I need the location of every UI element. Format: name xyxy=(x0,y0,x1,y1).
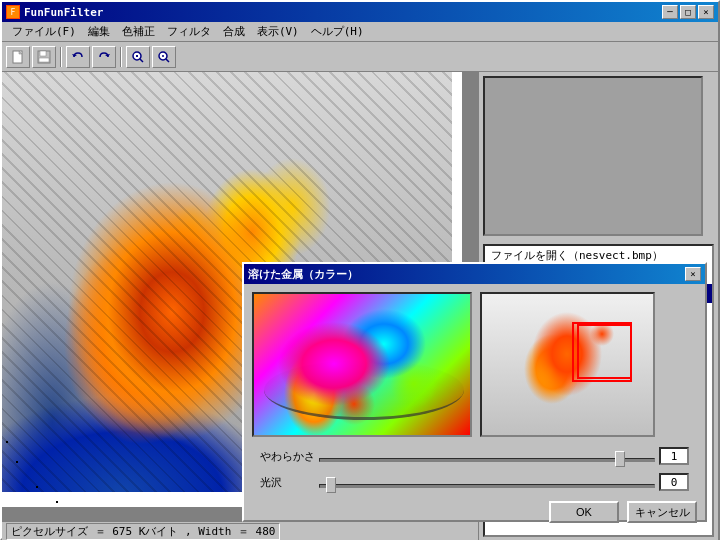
svg-rect-3 xyxy=(40,51,46,56)
gloss-slider-track[interactable] xyxy=(319,476,655,488)
new-icon xyxy=(11,50,25,64)
softness-value: 1 xyxy=(659,447,689,465)
close-button[interactable]: × xyxy=(698,5,714,19)
gloss-value: 0 xyxy=(659,473,689,491)
cat-outline xyxy=(264,360,464,420)
svg-line-13 xyxy=(166,59,169,62)
status-text: ピクセルサイズ ＝ 675 Kバイト , Width ＝ 480 xyxy=(6,523,280,540)
menu-color[interactable]: 色補正 xyxy=(116,22,161,41)
title-bar: F FunFunFilter ─ □ × xyxy=(2,2,718,22)
cancel-button[interactable]: キャンセル xyxy=(627,501,697,523)
softness-slider-track[interactable] xyxy=(319,450,655,462)
app-title: FunFunFilter xyxy=(24,6,103,19)
softness-label: やわらかさ xyxy=(260,449,315,464)
menu-edit[interactable]: 編集 xyxy=(82,22,116,41)
gloss-track xyxy=(319,484,655,488)
toolbar-separator-1 xyxy=(60,47,62,67)
zoom-out-icon xyxy=(157,50,171,64)
menu-bar: ファイル(F) 編集 色補正 フィルタ 合成 表示(V) ヘルプ(H) xyxy=(2,22,718,42)
toolbar-undo-button[interactable] xyxy=(66,46,90,68)
dialog: 溶けた金属（カラー） × やわら xyxy=(242,262,707,522)
slider-row-softness: やわらかさ 1 xyxy=(260,445,689,467)
toolbar-redo-button[interactable] xyxy=(92,46,116,68)
menu-help[interactable]: ヘルプ(H) xyxy=(305,22,370,41)
toolbar-separator-2 xyxy=(120,47,122,67)
title-bar-left: F FunFunFilter xyxy=(6,5,103,19)
selection-rect xyxy=(572,322,632,382)
gloss-label: 光沢 xyxy=(260,475,315,490)
dialog-title-bar: 溶けた金属（カラー） × xyxy=(244,264,705,284)
svg-rect-4 xyxy=(39,58,49,62)
redo-icon xyxy=(97,50,111,64)
zoom-in-icon xyxy=(131,50,145,64)
status-bar: ピクセルサイズ ＝ 675 Kバイト , Width ＝ 480 xyxy=(2,521,478,540)
undo-icon xyxy=(71,50,85,64)
gloss-thumb[interactable] xyxy=(326,477,336,493)
toolbar-zoom-in-button[interactable] xyxy=(126,46,150,68)
preview-box xyxy=(483,76,703,236)
dialog-close-button[interactable]: × xyxy=(685,267,701,281)
slider-row-gloss: 光沢 0 xyxy=(260,471,689,493)
dialog-title: 溶けた金属（カラー） xyxy=(248,267,358,282)
dialog-images xyxy=(252,292,697,437)
maximize-button[interactable]: □ xyxy=(680,5,696,19)
dialog-buttons: OK キャンセル xyxy=(252,501,697,523)
main-window: F FunFunFilter ─ □ × ファイル(F) 編集 色補正 フィルタ… xyxy=(0,0,720,540)
toolbar-zoom-out-button[interactable] xyxy=(152,46,176,68)
dialog-content: やわらかさ 1 光沢 0 OK xyxy=(244,284,705,520)
toolbar-new-button[interactable] xyxy=(6,46,30,68)
menu-view[interactable]: 表示(V) xyxy=(251,22,305,41)
dialog-preview-right xyxy=(480,292,655,437)
toolbar-save-button[interactable] xyxy=(32,46,56,68)
softness-thumb[interactable] xyxy=(615,451,625,467)
toolbar xyxy=(2,42,718,72)
svg-line-10 xyxy=(140,59,143,62)
slider-container: やわらかさ 1 光沢 0 xyxy=(252,445,697,497)
app-icon: F xyxy=(6,5,20,19)
softness-track xyxy=(319,458,655,462)
save-icon xyxy=(37,50,51,64)
menu-file[interactable]: ファイル(F) xyxy=(6,22,82,41)
ok-button[interactable]: OK xyxy=(549,501,619,523)
dialog-preview-left xyxy=(252,292,472,437)
menu-composite[interactable]: 合成 xyxy=(217,22,251,41)
title-buttons: ─ □ × xyxy=(662,5,714,19)
menu-filter[interactable]: フィルタ xyxy=(161,22,217,41)
minimize-button[interactable]: ─ xyxy=(662,5,678,19)
